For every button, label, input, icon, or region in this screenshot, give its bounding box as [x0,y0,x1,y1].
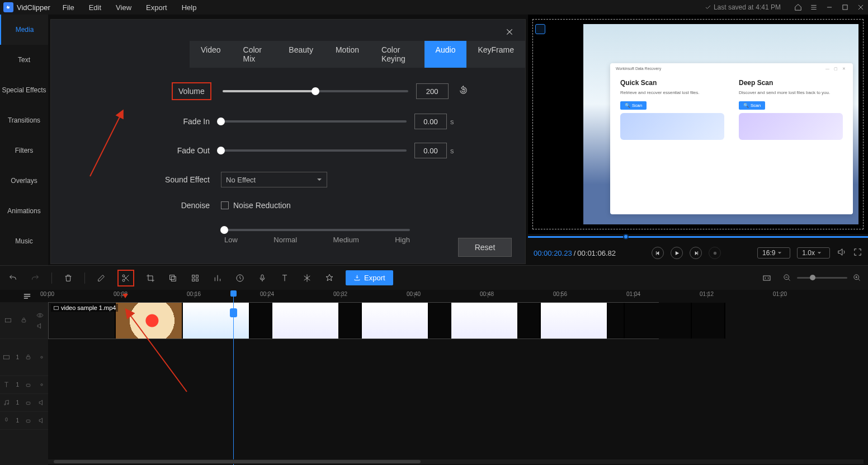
tab-keyframe[interactable]: KeyFrame [466,41,525,68]
panel-close-button[interactable] [505,27,514,39]
reset-button[interactable]: Reset [458,238,512,257]
svg-rect-7 [192,275,195,277]
close-icon[interactable] [857,3,865,11]
duplicate-button[interactable] [167,272,179,284]
panel-tabs: Video Color Mix Beauty Motion Color Keyi… [190,41,525,68]
clip-filename: video sample 1.mp4 [51,304,118,312]
playhead[interactable] [233,290,234,465]
volume-slider[interactable] [223,90,408,92]
next-frame-button[interactable] [690,247,702,259]
fade-in-slider[interactable] [221,120,407,123]
tab-color-keying[interactable]: Color Keying [370,41,424,68]
tab-audio[interactable]: Audio [424,41,467,68]
edit-button[interactable] [95,272,107,284]
timeline-ruler[interactable]: 00:00 00:08 00:16 00:24 00:32 00:40 00:4… [48,290,868,302]
playback-speed-select[interactable]: 1.0x [797,247,830,259]
quick-scan-title: Quick Scan [620,79,724,87]
svg-rect-5 [170,275,174,279]
redo-button[interactable] [29,272,41,284]
preview-seek-bar[interactable] [528,234,868,241]
menu-bar: File Edit View Export Help [63,3,197,12]
preview-volume-icon[interactable] [837,247,846,259]
fit-timeline-button[interactable] [761,272,773,284]
track-video-header[interactable] [0,302,48,339]
video-clip[interactable]: video sample 1.mp4 [48,302,659,339]
timeline-toolbar: Export [0,265,868,290]
mosaic-button[interactable] [189,272,201,284]
stats-button[interactable] [211,272,224,284]
app-icon [3,2,13,12]
home-icon[interactable] [794,3,802,11]
svg-line-1 [90,111,122,176]
track-voice-header[interactable]: 1 [0,412,48,430]
svg-rect-10 [196,279,198,281]
menu-edit[interactable]: Edit [89,3,101,12]
deep-scan-desc: Discover and send more lost files back t… [739,90,843,96]
tab-video[interactable]: Video [190,41,232,68]
timecode: 00:00:20.23/00:01:06.82 [534,249,616,257]
export-button[interactable]: Export [346,270,393,285]
aspect-ratio-select[interactable]: 16:9 [757,247,790,259]
sound-effect-label: Sound Effect [146,175,221,184]
prev-frame-button[interactable] [652,247,664,259]
sidebar-item-music[interactable]: Music [0,226,48,256]
tab-motion[interactable]: Motion [324,41,370,68]
text-tool-button[interactable] [279,272,291,284]
sound-effect-select[interactable]: No Effect [221,172,327,187]
denoise-level-slider[interactable] [224,229,410,231]
zoom-slider[interactable] [797,277,847,279]
svg-rect-22 [27,384,31,386]
freeze-frame-button[interactable] [301,272,313,284]
preview-canvas[interactable]: Workinsoft Data Recovery — ▢ ✕ Quick Sca… [528,15,868,234]
track-audio-header[interactable]: 1 [0,394,48,412]
menu-export[interactable]: Export [146,3,167,12]
sidebar-item-animations[interactable]: Animations [0,196,48,226]
hamburger-icon[interactable] [810,3,818,11]
sidebar-item-special-effects[interactable]: Special Effects [0,75,48,105]
track-overlay-header[interactable]: 1 [0,339,48,376]
timeline-scrollbar[interactable] [48,459,864,464]
crop-button[interactable] [144,272,157,284]
sidebar-item-filters[interactable]: Filters [0,135,48,166]
svg-point-2 [714,251,716,254]
svg-rect-26 [27,402,31,404]
undo-button[interactable] [7,272,19,284]
preview-app-title: Workinsoft Data Recovery [616,67,661,71]
timeline-menu-icon[interactable] [22,292,32,303]
tab-beauty[interactable]: Beauty [277,41,324,68]
fade-in-input[interactable] [414,114,447,129]
sidebar-item-transitions[interactable]: Transitions [0,105,48,135]
fade-out-input[interactable] [414,143,447,158]
maximize-icon[interactable] [841,3,849,11]
voiceover-button[interactable] [256,272,268,284]
svg-rect-0 [843,5,847,10]
zoom-in-button[interactable] [853,274,861,282]
quick-scan-button: 🔍 Scan [620,101,647,110]
delete-button[interactable] [62,272,74,284]
fade-out-slider[interactable] [221,149,407,152]
play-button[interactable] [671,247,683,259]
app-name: VidClipper [17,3,50,12]
zoom-out-button[interactable] [783,274,791,282]
fullscreen-icon[interactable] [853,247,862,259]
noise-reduction-checkbox[interactable] [221,201,229,209]
sidebar-item-text[interactable]: Text [0,45,48,75]
menu-file[interactable]: File [63,3,74,12]
menu-help[interactable]: Help [182,3,197,12]
svg-rect-9 [192,279,195,281]
tab-color-mix[interactable]: Color Mix [232,41,278,68]
svg-rect-28 [27,420,31,422]
track-text-header[interactable]: 1 [0,376,48,394]
minimize-icon[interactable] [825,3,833,11]
volume-input[interactable] [416,83,449,99]
speed-button[interactable] [234,272,246,284]
sidebar-item-media[interactable]: Media [0,15,48,45]
split-button[interactable] [117,270,134,286]
sidebar-item-overlays[interactable]: Overlays [0,166,48,196]
menu-view[interactable]: View [116,3,131,12]
svg-rect-27 [6,418,7,421]
timeline-tracks[interactable]: video sample 1.mp4 [48,302,868,459]
marker-button[interactable] [323,272,336,284]
record-button[interactable] [709,247,721,259]
volume-reset-icon[interactable] [459,86,468,97]
